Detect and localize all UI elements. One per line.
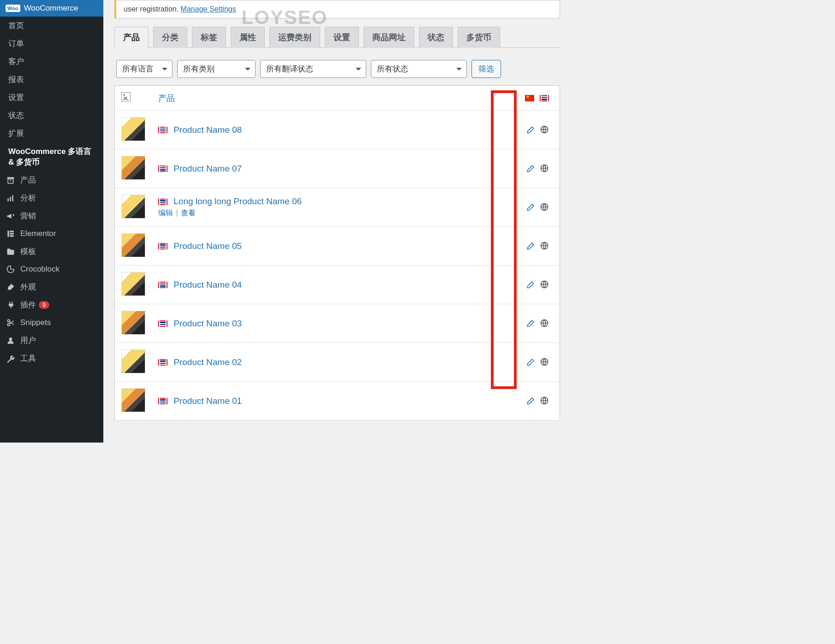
user-icon [6, 336, 16, 346]
translation-status-icon[interactable] [539, 279, 549, 290]
sidebar-item-用户[interactable]: 用户 [0, 331, 103, 349]
sidebar-sub-customers[interactable]: 客户 [0, 53, 103, 71]
flag-uk-icon [158, 398, 167, 404]
translation-status-icon[interactable] [539, 202, 549, 212]
croco-icon [6, 264, 16, 274]
translation-status-icon[interactable] [539, 357, 549, 367]
product-name-link[interactable]: Long long long Product Name 06 [173, 196, 302, 206]
flag-uk-icon [158, 243, 167, 249]
tab-属性[interactable]: 属性 [231, 27, 265, 48]
notice-text: user registration. [124, 5, 181, 13]
column-product[interactable]: 产品 [152, 86, 519, 111]
chart-icon [6, 193, 16, 203]
folder-icon [6, 247, 16, 257]
translate-edit-button[interactable] [526, 163, 536, 173]
sidebar-sub-settings[interactable]: 设置 [0, 89, 103, 106]
product-name-link[interactable]: Product Name 07 [173, 164, 242, 173]
tab-多货币[interactable]: 多货币 [458, 27, 500, 48]
sidebar-sub-reports[interactable]: 报表 [0, 71, 103, 89]
sidebar-sub-wcml[interactable]: WooCommerce 多语言 & 多货币 [0, 142, 103, 171]
product-thumbnail [121, 349, 145, 373]
translation-status-icon[interactable] [539, 241, 549, 251]
translate-edit-button[interactable] [526, 279, 536, 290]
column-thumbnail [115, 86, 152, 111]
sidebar-item-label: 模板 [20, 246, 36, 257]
sidebar-item-外观[interactable]: 外观 [0, 278, 103, 296]
sidebar-item-label: 插件 [20, 300, 36, 310]
product-name-link[interactable]: Product Name 03 [173, 319, 242, 328]
table-row: Long long long Product Name 06 编辑 | 查看 [115, 188, 560, 227]
product-name-link[interactable]: Product Name 01 [173, 396, 242, 406]
translate-edit-button[interactable] [526, 318, 536, 328]
sidebar-item-工具[interactable]: 工具 [0, 349, 103, 367]
product-name-link[interactable]: Product Name 02 [173, 357, 242, 367]
notice-link[interactable]: Manage Settings [181, 5, 236, 13]
flag-uk-icon [158, 127, 167, 133]
filter-bar: 所有语言 所有类别 所有翻译状态 所有状态 筛选 [114, 60, 560, 78]
sidebar-item-label: 用户 [20, 335, 36, 346]
tab-商品网址[interactable]: 商品网址 [364, 27, 414, 48]
sidebar-item-模板[interactable]: 模板 [0, 242, 103, 260]
svg-rect-5 [12, 195, 13, 201]
product-name-link[interactable]: Product Name 05 [173, 241, 242, 251]
flag-uk-icon [540, 95, 549, 101]
sidebar-item-产品[interactable]: 产品 [0, 171, 103, 189]
sidebar-item-woocommerce[interactable]: Woo WooCommerce [0, 0, 103, 17]
megaphone-icon [6, 211, 16, 221]
tab-设置[interactable]: 设置 [325, 27, 359, 48]
tab-分类[interactable]: 分类 [153, 27, 187, 48]
tab-bar: 产品分类标签属性运费类别设置商品网址状态多货币 [114, 27, 560, 48]
svg-rect-8 [10, 233, 13, 234]
tab-标签[interactable]: 标签 [192, 27, 226, 48]
translate-edit-button[interactable] [526, 357, 536, 367]
flag-uk-icon [158, 320, 167, 327]
row-action-view[interactable]: 查看 [181, 209, 196, 217]
translate-edit-button[interactable] [526, 396, 536, 406]
filter-language[interactable]: 所有语言 [116, 60, 173, 78]
translation-status-icon[interactable] [539, 318, 549, 328]
elementor-icon [6, 229, 16, 239]
svg-rect-6 [7, 230, 9, 236]
translate-edit-button[interactable] [526, 241, 536, 251]
translation-status-icon[interactable] [539, 396, 549, 406]
admin-notice: user registration. Manage Settings [114, 0, 560, 18]
filter-translation-status[interactable]: 所有翻译状态 [260, 60, 366, 78]
filter-category[interactable]: 所有类别 [177, 60, 256, 78]
sidebar-sub-extensions[interactable]: 扩展 [0, 124, 103, 142]
plug-icon [6, 300, 16, 310]
product-thumbnail [121, 195, 145, 219]
translation-status-icon[interactable] [539, 163, 549, 173]
sidebar-item-插件[interactable]: 插件9 [0, 296, 103, 314]
sidebar-item-crocoblock[interactable]: Crocoblock [0, 260, 103, 278]
filter-button[interactable]: 筛选 [471, 60, 501, 78]
update-count-badge: 9 [39, 301, 49, 309]
svg-point-12 [9, 337, 12, 341]
scissors-icon [6, 318, 16, 328]
product-name-link[interactable]: Product Name 08 [173, 125, 242, 135]
tab-产品[interactable]: 产品 [114, 27, 149, 48]
sidebar-item-label: 产品 [20, 175, 36, 185]
sidebar-sub-home[interactable]: 首页 [0, 17, 103, 35]
sidebar-item-elementor[interactable]: Elementor [0, 225, 103, 242]
translation-status-icon[interactable] [539, 124, 549, 135]
row-action-edit[interactable]: 编辑 [158, 209, 173, 217]
tab-状态[interactable]: 状态 [419, 27, 453, 48]
svg-rect-2 [10, 180, 11, 181]
tab-运费类别[interactable]: 运费类别 [269, 27, 320, 48]
translate-edit-button[interactable] [526, 124, 536, 135]
product-thumbnail [121, 272, 145, 296]
sidebar-item-label: Elementor [20, 229, 56, 238]
product-name-link[interactable]: Product Name 04 [173, 280, 242, 290]
products-panel: 所有语言 所有类别 所有翻译状态 所有状态 筛选 产品 [114, 48, 560, 420]
svg-rect-0 [7, 177, 14, 178]
sidebar-item-营销[interactable]: 营销 [0, 207, 103, 225]
sidebar-sub-orders[interactable]: 订单 [0, 35, 103, 53]
sidebar-item-snippets[interactable]: Snippets [0, 314, 103, 331]
product-thumbnail [121, 311, 145, 335]
table-row: Product Name 07 [115, 149, 560, 188]
translate-edit-button[interactable] [526, 202, 536, 212]
sidebar-item-分析[interactable]: 分析 [0, 189, 103, 207]
sidebar-sub-status[interactable]: 状态 [0, 106, 103, 124]
filter-status[interactable]: 所有状态 [371, 60, 467, 78]
sidebar-item-label: 工具 [20, 353, 36, 364]
